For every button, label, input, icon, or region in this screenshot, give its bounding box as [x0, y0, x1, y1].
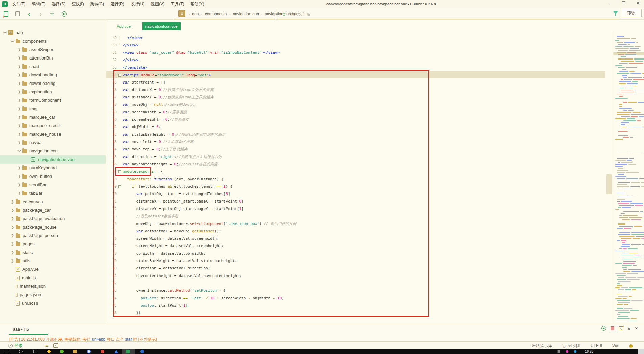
tree-item-manifest.json[interactable]: [ ]manifest.json [0, 282, 106, 290]
tree-item-utils[interactable]: ❯utils [0, 257, 106, 265]
code-line-56[interactable]: 56 var distanceX = 0;//触摸点到icon左边界的距离 [106, 86, 605, 93]
tree-item-assetSwiper[interactable]: ❯assetSwiper [0, 45, 106, 54]
code-line-67[interactable]: 67−module.exports = { [106, 168, 605, 175]
chevron-right-icon[interactable]: ❯ [17, 65, 22, 68]
code-line-64[interactable]: 64 var move_top = 0;//上下移动距离 [106, 145, 605, 153]
code-line-76[interactable]: 76 screenWidth = datasetVal.screenwidth; [106, 235, 605, 242]
tree-item-main.js[interactable]: ≡main.js [0, 274, 106, 282]
code-line-66[interactable]: 66 var navcontentheight = 0;//navList容器的… [106, 160, 605, 168]
ad-link[interactable]: star [125, 337, 132, 341]
code-line-79[interactable]: 79 statusBarHeight = datasetVal.statusba… [106, 257, 605, 264]
chevron-right-icon[interactable]: ❯ [17, 56, 22, 60]
tree-item-marquee_car[interactable]: ❯marquee_car [0, 113, 106, 121]
tree-item-ec-canvas[interactable]: ❯ec-canvas [0, 197, 106, 206]
fold-marker-icon[interactable]: − [117, 185, 123, 188]
tree-item-img[interactable]: ❯img [0, 104, 106, 113]
tree-item-packPage_car[interactable]: ❯packPage_car [0, 206, 106, 214]
code-line-50[interactable]: 50└</view> [106, 41, 605, 49]
tree-item-navigationIcon.vue[interactable]: VnavigationIcon.vue [0, 155, 106, 164]
taskbar-app-hbuilderx[interactable] [126, 350, 130, 353]
code-line-74[interactable]: 74 moveObj = ownerInstance.selectCompone… [106, 220, 605, 227]
login-button[interactable]: 登录 [8, 342, 23, 349]
chevron-down-icon[interactable]: ❯ [11, 39, 15, 44]
fold-guide[interactable]: └ [117, 43, 123, 47]
tree-item-components[interactable]: ❯components [0, 37, 106, 45]
chevron-right-icon[interactable]: ❯ [17, 191, 22, 195]
new-file-button[interactable] [2, 8, 10, 20]
menu-t[interactable]: 工具(T) [170, 1, 185, 8]
chevron-right-icon[interactable]: ❯ [17, 73, 22, 77]
breadcrumb-item[interactable]: aaa [191, 11, 200, 16]
editor-scrollbar[interactable] [605, 32, 613, 324]
stop-icon[interactable] [611, 326, 614, 330]
restart-icon[interactable] [601, 326, 606, 331]
code-line-83[interactable]: 83 ownerInstance.callMethod('setPositon'… [106, 287, 605, 294]
chevron-right-icon[interactable]: ❯ [17, 132, 22, 136]
chevron-right-icon[interactable]: ❯ [17, 166, 22, 170]
tray-icon-3[interactable] [573, 350, 577, 353]
notification-bell-icon[interactable] [629, 344, 633, 347]
code-line-71[interactable]: 71 distanceX = pointObj_start.pageX - st… [106, 197, 605, 205]
menu-s[interactable]: 选择(S) [51, 1, 66, 8]
code-line-59[interactable]: 59 var screenWidth = 0;//屏幕宽度 [106, 108, 605, 116]
statusbar-item[interactable]: 行:54 列:9 [562, 343, 580, 349]
chevron-right-icon[interactable]: ❯ [17, 141, 22, 144]
chevron-right-icon[interactable]: ❯ [10, 208, 15, 212]
chevron-right-icon[interactable]: ❯ [17, 81, 22, 85]
code-line-68[interactable]: 68 touchstart: function (evt, ownerInsta… [106, 175, 605, 183]
chevron-right-icon[interactable]: ❯ [10, 242, 15, 246]
fold-marker-icon[interactable]: − [117, 170, 123, 173]
statusbar-item[interactable]: UTF-8 [591, 343, 602, 348]
menu-u[interactable]: 发行(U) [130, 1, 146, 8]
minimize-button[interactable]: – [607, 1, 612, 5]
filter-icon[interactable] [613, 11, 618, 14]
console-tab[interactable]: aaa - H5 [13, 327, 29, 332]
close-button[interactable]: ✕ [635, 1, 641, 5]
show-desktop-button[interactable] [638, 349, 644, 354]
code-line-61[interactable]: 61 var objWidth = 0; [106, 123, 605, 131]
tree-item-pages.json[interactable]: [ ]pages.json [0, 290, 106, 299]
new-terminal-icon[interactable]: >_ [619, 326, 623, 330]
chevron-down-icon[interactable]: ❯ [3, 30, 7, 35]
close-panel-icon[interactable]: ✕ [635, 326, 638, 331]
chevron-right-icon[interactable]: ❯ [10, 200, 15, 204]
cortana-icon[interactable] [19, 350, 23, 353]
menu-y[interactable]: 帮助(Y) [190, 1, 205, 8]
tree-item-App.vue[interactable]: VApp.vue [0, 265, 106, 274]
code-line-75[interactable]: 75 var datasetVal = moveObj.getDataset()… [106, 227, 605, 235]
code-line-60[interactable]: 60 var screenHeight = 0;//屏幕高度 [106, 116, 605, 123]
code-line-73[interactable]: 73 //获取dataset数据字段 [106, 212, 605, 220]
tree-item-marquee_house[interactable]: ❯marquee_house [0, 130, 106, 138]
tree-item-static[interactable]: ❯static [0, 248, 106, 257]
preview-button[interactable]: 预览 [621, 9, 642, 17]
chevron-right-icon[interactable]: ❯ [17, 90, 22, 94]
restore-button[interactable]: ❐ [621, 1, 626, 5]
code-line-84[interactable]: 84 posLeft: direction == 'left' ? 10 : s… [106, 294, 605, 302]
outline-icon[interactable]: ☰ [45, 343, 50, 348]
favorite-button[interactable]: ☆ [48, 8, 56, 20]
forward-button[interactable]: › [37, 8, 45, 20]
tree-item-scrollBar[interactable]: ❯scrollBar [0, 181, 106, 189]
code-line-78[interactable]: 78 objWidth = datasetVal.objwidth; [106, 250, 605, 257]
editor-tab-navigationIcon.vue[interactable]: navigationIcon.vue [142, 22, 181, 30]
tree-item-navigationIcon[interactable]: ❯navigationIcon [0, 147, 106, 155]
chevron-right-icon[interactable]: ❯ [17, 107, 22, 111]
menu-f[interactable]: 文件(F) [11, 1, 26, 8]
code-line-51[interactable]: 51 <view class="nav_cover" @tap="hideAll… [106, 49, 605, 56]
code-line-85[interactable]: 85 posTop: startPoint[1] [106, 302, 605, 309]
tree-item-packPage_person[interactable]: ❯packPage_person [0, 231, 106, 240]
taskbar-app-5[interactable] [101, 350, 104, 353]
code-line-53[interactable]: 53 </template> [106, 64, 605, 71]
tree-item-navbar[interactable]: ❯navbar [0, 138, 106, 147]
task-view-icon[interactable] [33, 350, 37, 353]
code-line-86[interactable]: 86 }) [106, 309, 605, 316]
tree-item-chart[interactable]: ❯chart [0, 62, 106, 71]
chevron-right-icon[interactable]: ❯ [17, 183, 22, 187]
code-line-80[interactable]: 80 direction = datasetVal.direction; [106, 264, 605, 272]
ad-link[interactable]: uni-app [92, 337, 105, 341]
editor-tab-App.vue[interactable]: App.vue [112, 22, 136, 30]
code-line-72[interactable]: 72 distanceY = pointObj_start.pageY - st… [106, 205, 605, 212]
chevron-right-icon[interactable]: ❯ [10, 234, 15, 237]
clock[interactable]: 16:26 [585, 350, 593, 353]
terminal-icon[interactable]: >_ [53, 343, 58, 348]
